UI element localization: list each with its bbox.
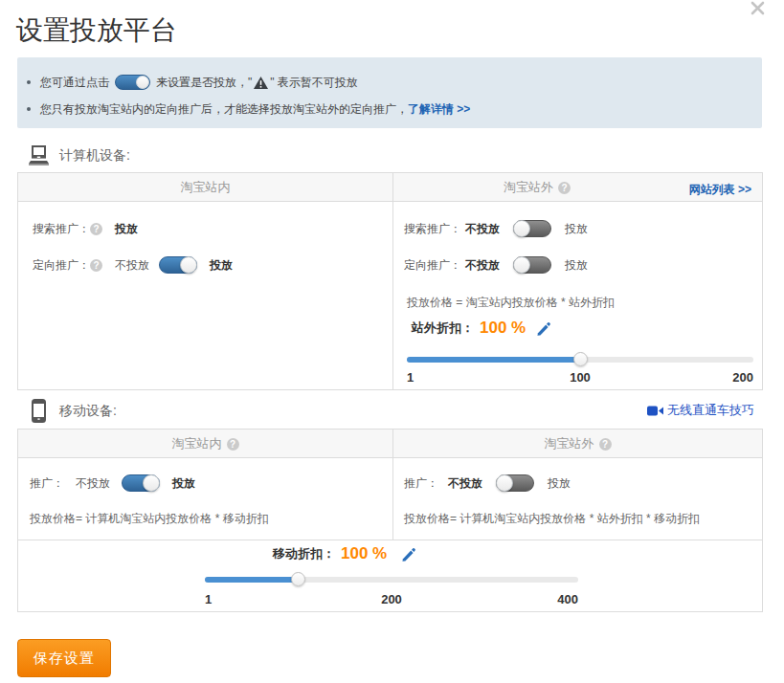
search-promo-label: 搜索推广： [404, 221, 461, 237]
notice-box: 您可通过点击 来设置是否投放，" " 表示暂不可投放 您只有投放淘宝站内的定向推… [17, 57, 762, 128]
laptop-icon [28, 145, 50, 165]
offsite-discount-row: 站外折扣： 100 % [412, 316, 551, 341]
offsite-header-label: 淘宝站外 [504, 179, 553, 196]
toggle-off-label: 不投放 [115, 257, 149, 274]
search-promo-label: 搜索推广： [33, 221, 90, 237]
toggle-on-label: 投放 [172, 475, 195, 492]
computer-onsite-target-row: 定向推广： ? 不投放 投放 [33, 253, 233, 277]
wireless-tips-label: 无线直通车技巧 [667, 402, 754, 419]
site-list-link[interactable]: 网站列表 >> [689, 182, 751, 198]
warning-triangle-icon [254, 77, 268, 89]
help-icon[interactable]: ? [90, 259, 102, 272]
slider-knob[interactable] [573, 352, 588, 366]
promo-label: 推广： [404, 475, 438, 492]
mobile-offsite-header: 淘宝站外 ? [393, 430, 762, 458]
mobile-section-label: 移动设备: [59, 403, 117, 420]
slider-max-label: 200 [732, 370, 753, 385]
computer-offsite-header: 淘宝站外 ? [393, 173, 681, 202]
help-icon[interactable]: ? [599, 438, 612, 451]
computer-table: 淘宝站内 淘宝站外 ? 网站列表 >> 搜索推广： ? 投放 定向推广： ? 不… [17, 172, 763, 390]
column-divider [392, 173, 393, 389]
computer-onsite-target-toggle[interactable] [159, 256, 197, 274]
search-promo-status: 投放 [115, 221, 138, 237]
computer-onsite-search-row: 搜索推广： ? 投放 [33, 216, 138, 241]
computer-offsite-target-row: 定向推广： 不投放 投放 [404, 253, 588, 277]
toggle-off-label: 不投放 [465, 257, 500, 274]
toggle-on-label: 投放 [565, 257, 588, 274]
learn-more-link[interactable]: 了解详情 >> [408, 101, 470, 118]
computer-onsite-header: 淘宝站内 [18, 173, 392, 202]
onsite-header-label: 淘宝站内 [172, 435, 222, 452]
offsite-discount-value: 100 % [480, 319, 526, 338]
toggle-knob[interactable] [143, 474, 160, 492]
offsite-header-label: 淘宝站外 [545, 435, 594, 452]
notice-text: 来设置是否投放，" [156, 75, 252, 91]
mobile-offsite-promo-row: 推广： 不投放 投放 [404, 471, 571, 496]
toggle-knob[interactable] [180, 256, 197, 274]
toggle-on-illustration-icon [115, 75, 150, 90]
mobile-discount-row: 移动折扣： 100 % [273, 542, 416, 565]
wireless-tips-link[interactable]: 无线直通车技巧 [647, 402, 754, 419]
toggle-on-label: 投放 [565, 221, 588, 237]
help-icon[interactable]: ? [558, 182, 571, 194]
computer-section-header: 计算机设备: [0, 143, 784, 168]
edit-pencil-icon[interactable] [400, 546, 416, 562]
computer-offsite-search-row: 搜索推广： 不投放 投放 [404, 216, 588, 241]
toggle-off-label: 不投放 [448, 475, 482, 492]
toggle-off-label: 不投放 [465, 221, 500, 237]
slider-fill [407, 357, 580, 363]
slider-min-label: 1 [205, 592, 212, 606]
mobile-offsite-toggle[interactable] [496, 474, 534, 492]
video-camera-icon [647, 406, 663, 416]
toggle-knob[interactable] [496, 474, 513, 492]
computer-section-label: 计算机设备: [59, 147, 130, 165]
notice-text: 您只有投放淘宝站内的定向推广后，才能选择投放淘宝站外的定向推广， [40, 101, 408, 118]
mobile-onsite-promo-row: 推广： 不投放 投放 [30, 471, 195, 496]
formula-text: 投放价格= 计算机淘宝站内投放价格 * 移动折扣 [30, 511, 269, 527]
toggle-off-label: 不投放 [76, 475, 110, 492]
mobile-onsite-header: 淘宝站内 ? [18, 430, 392, 458]
mobile-discount-label: 移动折扣： [273, 545, 335, 562]
close-icon[interactable] [750, 1, 765, 15]
help-icon[interactable]: ? [227, 438, 239, 451]
toggle-on-label: 投放 [548, 475, 571, 492]
mobile-discount-value: 100 % [341, 544, 387, 563]
slider-mid-label: 100 [570, 370, 591, 385]
mobile-offsite-formula: 投放价格= 计算机淘宝站内投放价格 * 站外折扣 * 移动折扣 [404, 511, 700, 526]
toggle-knob[interactable] [513, 220, 530, 237]
target-promo-label: 定向推广： [33, 257, 90, 274]
promo-label: 推广： [30, 475, 64, 492]
help-icon[interactable]: ? [90, 223, 102, 235]
bullet-icon [27, 80, 31, 84]
offsite-slider-labels: 1 100 200 [407, 370, 753, 384]
slider-max-label: 400 [557, 592, 578, 606]
offsite-price-formula: 投放价格 = 淘宝站内投放价格 * 站外折扣 [407, 295, 615, 310]
dialog-title: 设置投放平台 [16, 12, 177, 49]
mobile-table: 淘宝站内 ? 淘宝站外 ? 推广： 不投放 投放 投放价格= 计算机淘宝站内投放… [17, 429, 763, 612]
notice-text: 您可通过点击 [40, 75, 109, 91]
slider-min-label: 1 [407, 370, 414, 385]
slider-fill [205, 577, 298, 583]
target-promo-label: 定向推广： [404, 257, 461, 274]
mobile-discount-slider [205, 577, 578, 583]
computer-offsite-target-toggle[interactable] [513, 256, 551, 274]
notice-text: " 表示暂不可投放 [270, 75, 358, 91]
slider-knob[interactable] [291, 572, 305, 586]
mobile-slider-labels: 1 200 400 [205, 592, 578, 606]
slider-mid-label: 200 [381, 592, 402, 606]
row-divider [18, 540, 762, 540]
offsite-discount-label: 站外折扣： [412, 319, 474, 337]
formula-text: 投放价格 = 淘宝站内投放价格 * 站外折扣 [407, 295, 615, 311]
computer-offsite-search-toggle[interactable] [513, 220, 551, 237]
mobile-onsite-toggle[interactable] [122, 474, 160, 492]
save-button[interactable]: 保存设置 [17, 639, 111, 677]
placement-settings-dialog: 设置投放平台 您可通过点击 来设置是否投放，" " 表示暂不可投放 您只有投放淘… [0, 0, 784, 683]
mobile-section-header: 移动设备: 无线直通车技巧 [0, 399, 784, 424]
mobile-onsite-formula: 投放价格= 计算机淘宝站内投放价格 * 移动折扣 [30, 511, 269, 526]
edit-pencil-icon[interactable] [535, 320, 551, 336]
notice-line-2: 您只有投放淘宝站内的定向推广后，才能选择投放淘宝站外的定向推广， 了解详情 >> [27, 100, 749, 118]
onsite-header-label: 淘宝站内 [181, 179, 231, 196]
toggle-knob[interactable] [513, 256, 530, 274]
formula-text: 投放价格= 计算机淘宝站内投放价格 * 站外折扣 * 移动折扣 [404, 511, 700, 527]
phone-icon [32, 399, 46, 423]
